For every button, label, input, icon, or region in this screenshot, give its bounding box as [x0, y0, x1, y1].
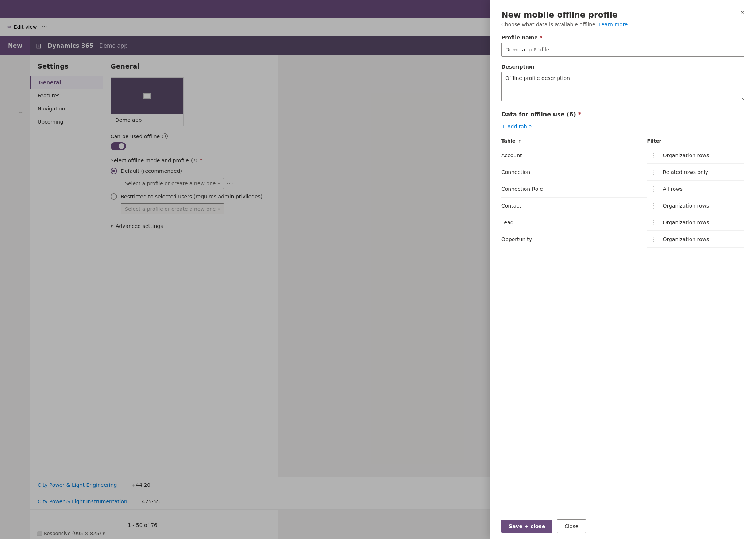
modal-close-button[interactable]: ×	[737, 7, 747, 18]
table-row-more-3[interactable]: ⋮	[647, 202, 660, 209]
add-table-button[interactable]: + Add table	[501, 122, 532, 131]
table-row-more-5[interactable]: ⋮	[647, 235, 660, 243]
table-row: Connection Role ⋮ All rows	[501, 181, 744, 197]
modal-subtitle: Choose what data is available offline. L…	[501, 22, 744, 27]
table-cell-filter: ⋮ All rows	[647, 181, 744, 197]
description-field: Description Offline profile description	[501, 64, 744, 102]
table-cell-filter: ⋮ Related rows only	[647, 164, 744, 181]
table-cell-filter: ⋮ Organization rows	[647, 214, 744, 231]
profile-name-input[interactable]	[501, 43, 744, 57]
table-cell-name: Connection	[501, 164, 647, 181]
data-offline-required: *	[578, 111, 581, 118]
table-row: Contact ⋮ Organization rows	[501, 197, 744, 214]
table-cell-name: Account	[501, 147, 647, 164]
profile-name-field: Profile name *	[501, 35, 744, 57]
table-row-more-4[interactable]: ⋮	[647, 218, 660, 226]
modal-title: New mobile offline profile	[501, 10, 744, 19]
description-label: Description	[501, 64, 744, 70]
profile-name-label: Profile name *	[501, 35, 744, 40]
modal-body: Profile name * Description Offline profi…	[490, 35, 756, 513]
table-col-header: Table ↑	[501, 135, 647, 147]
table-cell-filter: ⋮ Organization rows	[647, 147, 744, 164]
close-button[interactable]: Close	[557, 519, 586, 533]
table-row: Connection ⋮ Related rows only	[501, 164, 744, 181]
profile-name-required: *	[540, 35, 542, 40]
table-row: Account ⋮ Organization rows	[501, 147, 744, 164]
table-cell-filter: ⋮ Organization rows	[647, 197, 744, 214]
learn-more-link[interactable]: Learn more	[599, 22, 628, 27]
table-row-more-0[interactable]: ⋮	[647, 151, 660, 159]
modal-footer: Save + close Close	[490, 513, 756, 539]
table-cell-filter: ⋮ Organization rows	[647, 231, 744, 248]
table-row-more-2[interactable]: ⋮	[647, 185, 660, 193]
modal-header: × New mobile offline profile Choose what…	[490, 0, 756, 35]
description-textarea[interactable]: Offline profile description	[501, 72, 744, 101]
table-row-more-1[interactable]: ⋮	[647, 168, 660, 176]
sort-icon: ↑	[518, 139, 521, 143]
modal-panel: × New mobile offline profile Choose what…	[490, 0, 756, 539]
table-cell-name: Contact	[501, 197, 647, 214]
filter-col-header: Filter	[647, 135, 744, 147]
data-offline-section-title: Data for offline use (6) *	[501, 111, 744, 118]
table-row: Lead ⋮ Organization rows	[501, 214, 744, 231]
table-cell-name: Connection Role	[501, 181, 647, 197]
table-row: Opportunity ⋮ Organization rows	[501, 231, 744, 248]
data-table: Table ↑ Filter Account ⋮ Organization ro…	[501, 135, 744, 248]
table-cell-name: Lead	[501, 214, 647, 231]
save-close-button[interactable]: Save + close	[501, 520, 552, 533]
table-cell-name: Opportunity	[501, 231, 647, 248]
